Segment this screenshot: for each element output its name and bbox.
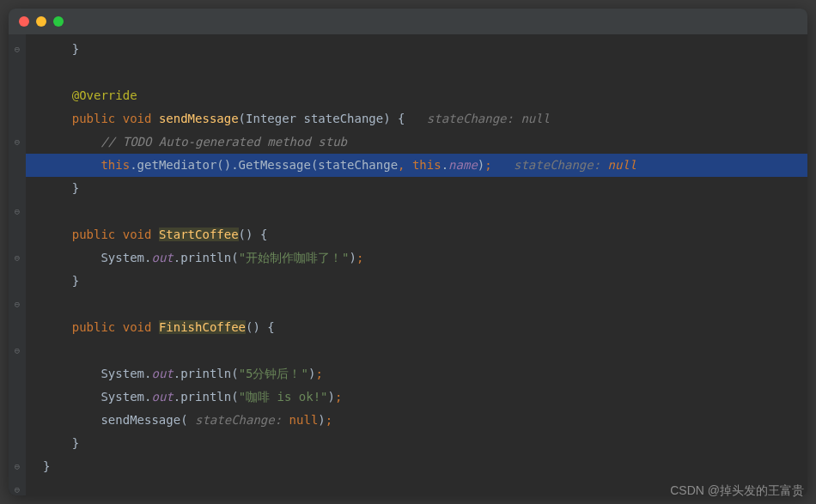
fold-icon[interactable]: ⊖ (9, 455, 26, 478)
annotation: @Override (72, 88, 137, 102)
keyword-this: this (100, 158, 130, 172)
gutter-line (9, 362, 26, 386)
close-icon[interactable] (19, 16, 29, 27)
gutter-line (9, 270, 26, 293)
param-statechange: stateChange (304, 112, 384, 125)
code-line[interactable]: } (26, 432, 807, 455)
code-line[interactable]: // TODO Auto-generated method stub (26, 131, 807, 154)
code-line[interactable]: System.out.println("咖啡 is ok!"); (26, 386, 807, 409)
string-literal: "开始制作咖啡了！" (239, 251, 350, 264)
method-println: println (180, 390, 231, 404)
keyword-public: public (72, 112, 116, 125)
brace-open: { (267, 320, 274, 334)
code-line[interactable]: public void StartCoffee() { (26, 223, 807, 246)
keyword-null: null (289, 413, 319, 427)
fold-icon[interactable]: ⊖ (9, 200, 26, 223)
brace-close: } (72, 42, 79, 56)
gutter-line (9, 432, 26, 455)
brace-close: } (72, 181, 79, 195)
inline-hint: stateChange: null (427, 112, 550, 125)
paren-close: ) (478, 158, 484, 172)
field-name: name (448, 158, 478, 172)
dot: . (441, 158, 448, 172)
fold-icon[interactable]: ⊖ (9, 478, 26, 495)
fold-icon[interactable]: ⊖ (9, 339, 26, 362)
method-sendmessage-call: sendMessage (100, 413, 180, 427)
code-line[interactable]: System.out.println("5分钟后！"); (26, 362, 807, 386)
code-line[interactable] (26, 200, 807, 223)
type-integer: Integer (246, 112, 296, 125)
code-line[interactable]: } (26, 177, 807, 200)
code-line[interactable] (26, 339, 807, 362)
keyword-void: void (123, 228, 152, 241)
keyword-void: void (123, 320, 152, 334)
gutter-line (9, 61, 26, 84)
gutter-line (9, 386, 26, 409)
class-system: System (100, 390, 144, 404)
keyword-public: public (72, 228, 116, 241)
paren-close: ) (383, 112, 390, 125)
fold-icon[interactable]: ⊖ (9, 246, 26, 270)
method-println: println (180, 367, 231, 380)
keyword-public: public (72, 320, 116, 334)
code-line[interactable] (26, 61, 807, 84)
editor-window: ⊖ ⊖ ⊖ ⊖ ⊖ ⊖ ⊖ ⊖ } @Override (9, 9, 807, 495)
code-line[interactable]: @Override (26, 84, 807, 107)
keyword-void: void (123, 112, 152, 125)
gutter: ⊖ ⊖ ⊖ ⊖ ⊖ ⊖ ⊖ ⊖ (9, 34, 26, 495)
parens: (). (216, 158, 238, 172)
titlebar (9, 9, 807, 34)
method-finishcoffee: FinishCoffee (159, 320, 246, 334)
string-literal: "5分钟后！" (239, 367, 308, 380)
inline-hint: stateChange: (195, 413, 282, 427)
brace-close: } (72, 274, 79, 288)
comma: , (398, 158, 405, 172)
method-startcoffee: StartCoffee (159, 228, 239, 241)
field-out: out (151, 390, 173, 404)
brace-open: { (260, 228, 267, 241)
field-out: out (151, 367, 173, 380)
method-getmessage: GetMessage (239, 158, 311, 172)
semicolon: ; (326, 413, 332, 427)
gutter-line (9, 154, 26, 177)
code-line[interactable]: sendMessage( stateChange: null); (26, 409, 807, 432)
inline-hint: stateChange: (514, 158, 608, 172)
inline-hint-value: null (608, 158, 637, 172)
code-line[interactable] (26, 293, 807, 316)
watermark-text: CSDN @掉头发的王富贵 (670, 483, 804, 499)
semicolon: ; (335, 390, 342, 404)
class-system: System (100, 251, 144, 264)
code-line[interactable]: } (26, 455, 807, 478)
keyword-this: this (412, 158, 441, 172)
code-line[interactable]: } (26, 270, 807, 293)
code-line[interactable]: public void FinishCoffee() { (26, 316, 807, 339)
parens: () (239, 228, 253, 241)
class-system: System (100, 367, 144, 380)
code-line[interactable]: } (26, 38, 807, 61)
maximize-icon[interactable] (53, 16, 64, 27)
semicolon: ; (315, 367, 322, 380)
method-println: println (180, 251, 231, 264)
parens: () (246, 320, 260, 334)
code-line[interactable]: System.out.println("开始制作咖啡了！"); (26, 246, 807, 270)
brace-close: } (72, 436, 79, 450)
paren-open: ( (239, 112, 246, 125)
semicolon: ; (484, 158, 491, 172)
dot: . (130, 158, 137, 172)
method-sendmessage: sendMessage (159, 112, 239, 125)
code-area[interactable]: } @Override public void sendMessage(Inte… (26, 34, 807, 495)
field-out: out (151, 251, 173, 264)
minimize-icon[interactable] (36, 16, 46, 27)
brace-open: { (398, 112, 405, 125)
code-line-highlighted[interactable]: this.getMediator().GetMessage(stateChang… (26, 154, 807, 177)
gutter-line (9, 316, 26, 339)
gutter-line (9, 223, 26, 246)
string-literal: "咖啡 is ok!" (239, 390, 328, 404)
brace-close: } (43, 459, 50, 473)
fold-icon[interactable]: ⊖ (9, 131, 26, 154)
code-line[interactable]: public void sendMessage(Integer stateCha… (26, 107, 807, 131)
gutter-line (9, 409, 26, 432)
arg-statechange: stateChange (318, 158, 398, 172)
fold-icon[interactable]: ⊖ (9, 38, 26, 61)
fold-icon[interactable]: ⊖ (9, 293, 26, 316)
